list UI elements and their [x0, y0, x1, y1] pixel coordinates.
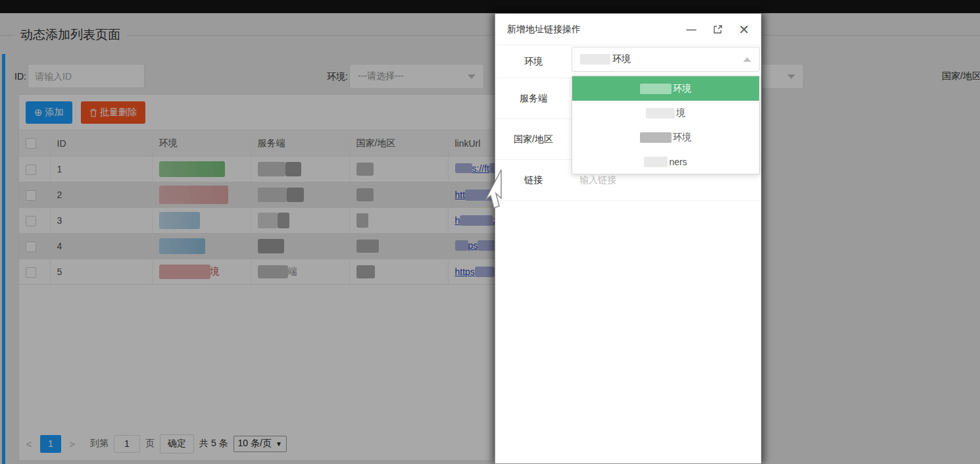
censored-option: [640, 132, 672, 143]
dropdown-option[interactable]: 境: [572, 101, 759, 125]
censored-option: [646, 108, 675, 118]
dropdown-option[interactable]: 环境: [572, 125, 759, 149]
env-select-value: 环境: [612, 53, 631, 65]
close-button[interactable]: ✕: [739, 24, 749, 35]
minimize-button[interactable]: —: [686, 24, 697, 35]
maximize-icon: [713, 24, 723, 34]
censored-option: [644, 157, 668, 167]
chevron-up-icon: [743, 57, 751, 62]
env-select[interactable]: 环境: [572, 47, 760, 72]
dropdown-option-selected[interactable]: 环境: [572, 76, 759, 101]
dialog-title: 新增地址链接操作: [507, 24, 581, 36]
censored-option: [640, 84, 672, 94]
mouse-cursor: [483, 168, 503, 210]
censored-env-value: [580, 54, 610, 64]
server-field-label: 服务端: [495, 93, 572, 105]
country-field-label: 国家/地区: [495, 134, 572, 145]
link-input[interactable]: 输入链接: [572, 174, 616, 186]
dropdown-option[interactable]: ners: [572, 149, 759, 174]
env-dropdown-list: 环境 境 环境 ners: [572, 76, 760, 174]
dialog-header: 新增地址链接操作 — ✕: [495, 14, 761, 45]
add-link-dialog: 新增地址链接操作 — ✕ 环境 服务端 国家/地区 链接 输入链接 环境: [495, 13, 762, 464]
env-field-label: 环境: [495, 56, 572, 68]
maximize-button[interactable]: [712, 24, 723, 35]
link-field-label: 链接: [495, 174, 572, 186]
modal-overlay: [0, 0, 980, 464]
